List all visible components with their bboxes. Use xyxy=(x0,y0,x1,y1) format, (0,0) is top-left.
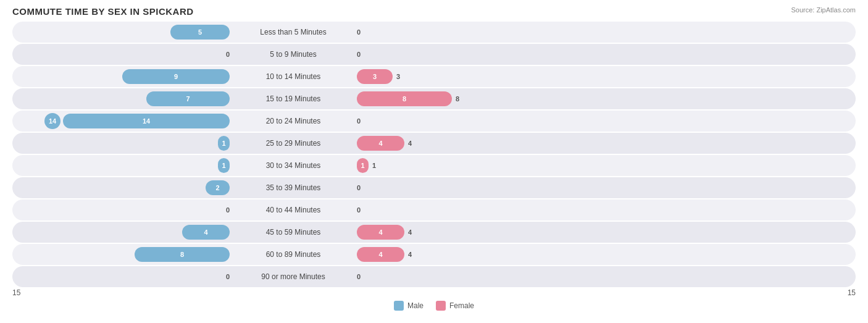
chart-container: COMMUTE TIME BY SEX IN SPICKARD Source: … xyxy=(0,0,868,323)
bar-row: 860 to 89 Minutes44 xyxy=(12,244,856,265)
female-value: 1 xyxy=(361,162,364,169)
legend-male: Male xyxy=(394,301,424,311)
left-container: 5 xyxy=(12,22,235,43)
bar-row: 040 to 44 Minutes0 xyxy=(12,199,856,220)
right-container: 33 xyxy=(352,66,856,87)
legend-female-label: Female xyxy=(449,301,474,310)
female-value: 3 xyxy=(373,73,377,80)
male-bar: 1 xyxy=(218,136,230,151)
left-container: 9 xyxy=(12,66,235,87)
right-container: 88 xyxy=(352,88,856,109)
legend-male-box xyxy=(394,301,404,311)
male-value: 4 xyxy=(204,229,207,236)
bar-row: 5Less than 5 Minutes0 xyxy=(12,22,856,43)
left-container: 7 xyxy=(12,88,235,109)
female-value: 4 xyxy=(378,229,382,236)
row-label: 10 to 14 Minutes xyxy=(235,72,352,81)
left-container: 0 xyxy=(12,44,235,65)
female-zero: 0 xyxy=(357,28,361,36)
row-label: 25 to 29 Minutes xyxy=(235,139,352,148)
female-value: 4 xyxy=(378,140,382,147)
left-container: 1 xyxy=(12,133,235,154)
right-container: 0 xyxy=(352,44,856,65)
axis-labels: 15 15 xyxy=(12,288,856,297)
female-zero: 0 xyxy=(357,117,361,125)
female-outside-value: 1 xyxy=(372,162,376,169)
left-container: 0 xyxy=(12,266,235,287)
female-bar: 1 xyxy=(357,158,369,173)
bars-area: 5Less than 5 Minutes005 to 9 Minutes0910… xyxy=(12,22,856,287)
row-label: 30 to 34 Minutes xyxy=(235,161,352,170)
male-bar: 9 xyxy=(122,69,230,84)
female-bar: 4 xyxy=(357,247,404,262)
male-value: 1 xyxy=(222,140,225,147)
male-bar: 1414 xyxy=(63,114,230,128)
male-value: 9 xyxy=(174,73,178,80)
legend: Male Female xyxy=(12,301,856,311)
bar-row: 445 to 59 Minutes44 xyxy=(12,222,856,243)
legend-female: Female xyxy=(436,301,474,311)
female-value: 4 xyxy=(378,251,382,258)
row-label: 45 to 59 Minutes xyxy=(235,228,352,237)
right-container: 44 xyxy=(352,244,856,265)
male-zero: 0 xyxy=(226,273,230,280)
left-container: 1 xyxy=(12,155,235,176)
male-bar: 5 xyxy=(170,25,230,40)
male-value: 8 xyxy=(180,251,184,258)
bar-row: 715 to 19 Minutes88 xyxy=(12,88,856,109)
axis-right: 15 xyxy=(848,288,856,297)
male-bar: 8 xyxy=(135,247,230,262)
left-container: 4 xyxy=(12,222,235,243)
female-outside-value: 4 xyxy=(408,140,412,147)
row-label: 15 to 19 Minutes xyxy=(235,94,352,103)
left-container: 2 xyxy=(12,177,235,198)
bar-row: 235 to 39 Minutes0 xyxy=(12,177,856,198)
male-bar: 7 xyxy=(146,91,230,106)
legend-female-box xyxy=(436,301,446,311)
male-zero: 0 xyxy=(226,206,230,214)
row-label: 90 or more Minutes xyxy=(235,272,352,281)
female-bar: 4 xyxy=(357,225,404,240)
row-label: 40 to 44 Minutes xyxy=(235,206,352,214)
right-container: 44 xyxy=(352,133,856,154)
female-outside-value: 4 xyxy=(408,251,412,258)
bar-row: 130 to 34 Minutes11 xyxy=(12,155,856,176)
male-value: 2 xyxy=(215,184,219,191)
male-value: 14 xyxy=(143,117,150,125)
female-outside-value: 8 xyxy=(456,95,459,103)
left-container: 1414 xyxy=(12,111,235,132)
female-bar: 8 xyxy=(357,91,452,106)
axis-left: 15 xyxy=(12,288,20,297)
male-bar: 2 xyxy=(206,180,230,195)
female-zero: 0 xyxy=(357,51,361,58)
bar-row: 141420 to 24 Minutes0 xyxy=(12,111,856,132)
right-container: 11 xyxy=(352,155,856,176)
female-bar: 3 xyxy=(357,69,393,84)
male-value: 5 xyxy=(198,28,202,36)
right-container: 0 xyxy=(352,22,856,43)
bar-row: 125 to 29 Minutes44 xyxy=(12,133,856,154)
right-container: 0 xyxy=(352,177,856,198)
male-badge-circle: 14 xyxy=(44,113,61,129)
male-bar: 4 xyxy=(182,225,230,240)
female-outside-value: 4 xyxy=(408,229,412,236)
row-label: 60 to 89 Minutes xyxy=(235,250,352,259)
right-container: 0 xyxy=(352,111,856,132)
female-zero: 0 xyxy=(357,206,361,214)
female-outside-value: 3 xyxy=(396,73,400,80)
male-value: 7 xyxy=(186,95,190,103)
row-label: 20 to 24 Minutes xyxy=(235,117,352,125)
left-container: 0 xyxy=(12,199,235,220)
female-zero: 0 xyxy=(357,273,361,280)
chart-title: COMMUTE TIME BY SEX IN SPICKARD xyxy=(12,6,856,17)
row-label: 35 to 39 Minutes xyxy=(235,183,352,192)
row-label: Less than 5 Minutes xyxy=(235,28,352,36)
legend-male-label: Male xyxy=(407,301,424,310)
bar-row: 910 to 14 Minutes33 xyxy=(12,66,856,87)
bar-row: 05 to 9 Minutes0 xyxy=(12,44,856,65)
right-container: 0 xyxy=(352,266,856,287)
source-text: Source: ZipAtlas.com xyxy=(791,6,856,14)
male-bar: 1 xyxy=(218,158,230,173)
female-bar: 4 xyxy=(357,136,404,151)
right-container: 44 xyxy=(352,222,856,243)
